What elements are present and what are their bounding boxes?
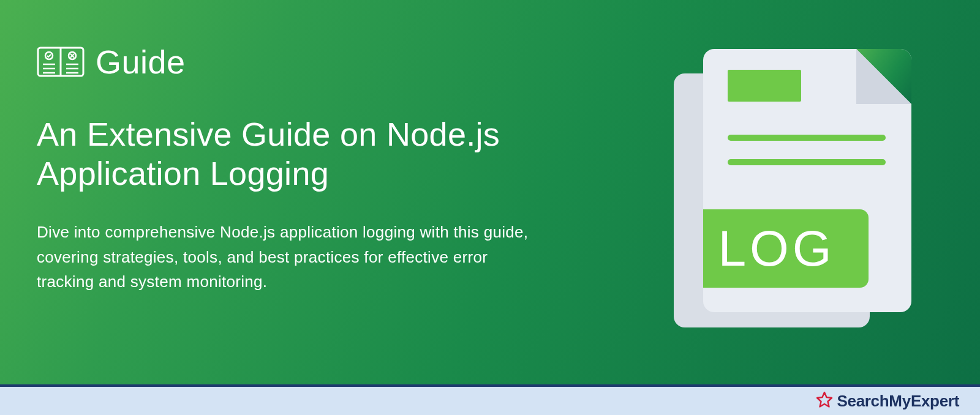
page-subtitle: Dive into comprehensive Node.js applicat… (37, 220, 539, 294)
illustration-column: LOG (674, 49, 913, 327)
document-line (728, 135, 886, 141)
brand-logo: SearchMyExpert (816, 391, 959, 411)
text-column: Guide An Extensive Guide on Node.js Appl… (37, 43, 564, 384)
open-book-icon (37, 44, 85, 80)
footer-bar: SearchMyExpert (0, 384, 980, 415)
document-header-block (728, 70, 801, 102)
guide-label: Guide (96, 43, 186, 81)
log-badge: LOG (703, 209, 869, 288)
guide-header-row: Guide (37, 43, 564, 81)
brand-name: SearchMyExpert (837, 392, 959, 411)
page-title: An Extensive Guide on Node.js Applicatio… (37, 115, 564, 193)
log-file-illustration: LOG (674, 49, 913, 327)
guide-banner: Guide An Extensive Guide on Node.js Appl… (0, 0, 980, 384)
star-icon (816, 391, 833, 411)
page-front-layer: LOG (703, 49, 911, 312)
document-line (728, 159, 886, 165)
